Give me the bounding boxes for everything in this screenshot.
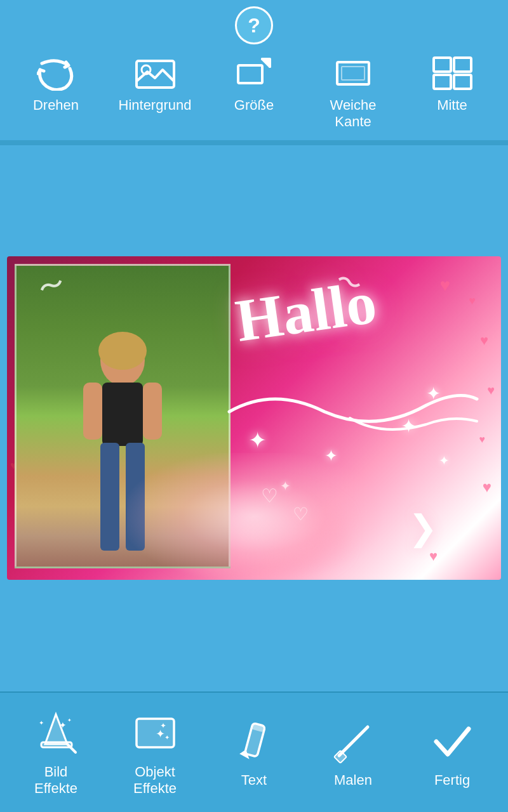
heart-decoration-12: ♥ bbox=[429, 548, 438, 565]
fertig-label: Fertig bbox=[434, 772, 470, 789]
help-section: ? bbox=[0, 0, 508, 48]
object-effects-icon: ✦ ✦ ✦ bbox=[130, 708, 180, 759]
bottom-item-text[interactable]: Text bbox=[210, 716, 298, 789]
svg-rect-13 bbox=[126, 443, 145, 551]
heart-decoration-1: ♥ bbox=[439, 275, 450, 296]
person-svg bbox=[65, 325, 180, 566]
objekt-effekte-label: ObjektEffekte bbox=[133, 764, 177, 797]
help-button[interactable]: ? bbox=[235, 6, 273, 44]
svg-text:✦: ✦ bbox=[160, 721, 166, 730]
outline-heart-2: ♡ bbox=[293, 504, 309, 525]
svg-text:✦: ✦ bbox=[39, 719, 44, 726]
top-toolbar: Drehen Hintergrund Größe bbox=[0, 48, 508, 140]
svg-rect-11 bbox=[102, 383, 143, 446]
heart-decoration-3: ♥ bbox=[480, 332, 488, 349]
svg-rect-2 bbox=[238, 65, 262, 83]
toolbar-item-drehen[interactable]: Drehen bbox=[15, 54, 97, 114]
toolbar-item-hintergrund[interactable]: Hintergrund bbox=[114, 54, 196, 114]
mitte-label: Mitte bbox=[437, 97, 467, 114]
paint-brush-icon bbox=[328, 716, 378, 767]
bottom-item-bild-effekte[interactable]: ✦ ✦ ✦ BildEffekte bbox=[11, 708, 100, 797]
groesse-label: Größe bbox=[234, 97, 274, 114]
heart-decoration-6: ♥ bbox=[483, 478, 491, 496]
malen-label: Malen bbox=[334, 772, 372, 789]
heart-decoration-2: ♥ bbox=[469, 294, 476, 308]
outline-heart-1: ♡ bbox=[261, 485, 278, 507]
svg-rect-14 bbox=[83, 383, 102, 440]
svg-text:✦: ✦ bbox=[59, 720, 67, 730]
toolbar-item-groesse[interactable]: Größe bbox=[213, 54, 295, 114]
sparkle-2: ✦ bbox=[324, 447, 338, 465]
text-tool-icon bbox=[229, 716, 279, 767]
svg-rect-7 bbox=[434, 75, 451, 89]
checkmark-icon bbox=[427, 716, 478, 767]
bottom-toolbar: ✦ ✦ ✦ BildEffekte ✦ ✦ ✦ ObjektEffekte bbox=[0, 691, 508, 812]
svg-rect-5 bbox=[434, 58, 451, 72]
toolbar-item-mitte[interactable]: Mitte bbox=[411, 54, 493, 114]
svg-rect-15 bbox=[143, 383, 162, 440]
image-canvas[interactable]: ♥ ♥ ♥ ♥ ♥ ♥ ♥ ♥ ♥ ♥ ♥ ♥ bbox=[7, 256, 501, 580]
question-mark-icon: ? bbox=[248, 14, 260, 37]
svg-rect-12 bbox=[100, 443, 119, 551]
photo-insert bbox=[15, 264, 231, 568]
toolbar-item-weiche-kante[interactable]: WeicheKante bbox=[312, 54, 394, 131]
sparkle-6: ✦ bbox=[426, 383, 441, 404]
resize-icon bbox=[232, 54, 276, 92]
bottom-item-objekt-effekte[interactable]: ✦ ✦ ✦ ObjektEffekte bbox=[110, 708, 199, 797]
sparkle-1: ✦ bbox=[248, 428, 267, 453]
bottom-item-malen[interactable]: Malen bbox=[309, 716, 398, 789]
chevron-down-decoration: ❯ bbox=[408, 508, 438, 548]
rotate-icon bbox=[34, 54, 78, 92]
svg-rect-8 bbox=[454, 75, 471, 89]
svg-line-29 bbox=[339, 727, 368, 756]
text-label: Text bbox=[241, 772, 267, 789]
svg-text:✦: ✦ bbox=[164, 734, 170, 741]
svg-text:✦: ✦ bbox=[67, 717, 72, 723]
svg-rect-4 bbox=[342, 67, 364, 80]
toolbar-divider bbox=[0, 140, 508, 145]
canvas-area: ♥ ♥ ♥ ♥ ♥ ♥ ♥ ♥ ♥ ♥ ♥ ♥ bbox=[0, 145, 508, 691]
grid-icon bbox=[430, 54, 474, 92]
svg-point-10 bbox=[98, 332, 147, 370]
weiche-kante-label: WeicheKante bbox=[330, 97, 377, 131]
drehen-label: Drehen bbox=[33, 97, 79, 114]
sparkle-5: ✦ bbox=[439, 453, 450, 468]
svg-rect-6 bbox=[454, 58, 471, 72]
sparkle-3: ✦ bbox=[280, 478, 291, 494]
feather-edge-icon bbox=[331, 54, 375, 92]
magic-wand-icon: ✦ ✦ ✦ bbox=[30, 708, 81, 759]
bottom-item-fertig[interactable]: Fertig bbox=[408, 716, 497, 789]
hintergrund-label: Hintergrund bbox=[119, 97, 192, 114]
sparkle-4: ✦ bbox=[401, 415, 417, 437]
bild-effekte-label: BildEffekte bbox=[34, 764, 77, 797]
heart-decoration-4: ♥ bbox=[487, 383, 495, 398]
svg-rect-30 bbox=[334, 750, 347, 763]
image-icon bbox=[133, 54, 177, 92]
